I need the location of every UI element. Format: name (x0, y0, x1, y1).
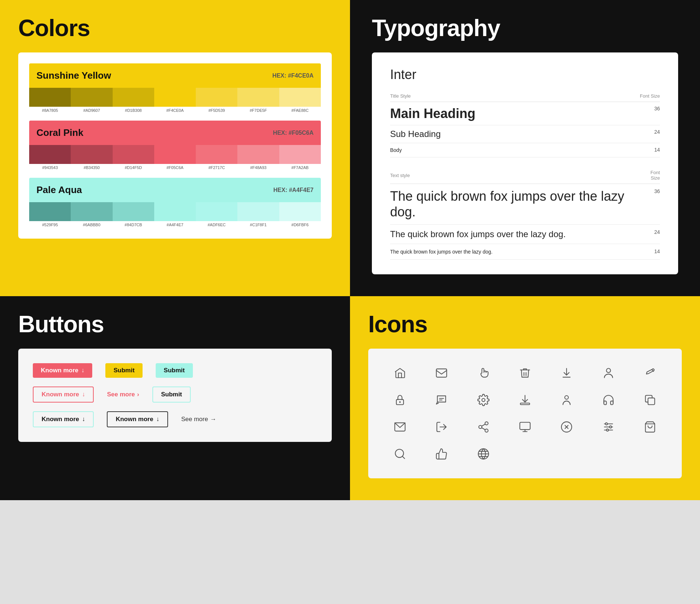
svg-point-12 (485, 429, 488, 432)
font-size-col: Font Size (608, 93, 660, 102)
svg-line-29 (402, 456, 405, 458)
coral-name: Coral Pink (36, 127, 83, 138)
search-icon (390, 444, 410, 464)
known-more-coral-filled-button[interactable]: Known more ↓ (33, 363, 92, 378)
chevron-right-icon: › (137, 391, 139, 398)
sub-heading-sample: Sub Heading (390, 129, 441, 139)
svg-line-14 (482, 424, 485, 426)
see-more-arrow-button[interactable]: See more → (181, 416, 217, 423)
svg-point-26 (606, 429, 608, 431)
pencil-icon (640, 363, 660, 383)
sunshine-name: Sunshine Yellow (36, 70, 111, 81)
lock-icon (390, 390, 410, 410)
lg-text-sample: The quick brown fox jumps over the lazy … (390, 189, 624, 219)
button-label: Submit (164, 367, 185, 374)
table-row: The quick brown fox jumps over the lazy … (390, 184, 660, 224)
monitor-icon (515, 417, 535, 437)
svg-point-6 (565, 396, 568, 399)
aqua-hex: HEX: #A4F4E7 (273, 187, 314, 193)
colors-title: Colors (18, 15, 332, 42)
coral-swatches: #943543 #B34350 #D14F5D #F05C6A #F2717C … (29, 145, 321, 170)
user-icon (599, 363, 618, 383)
table-row: Sub Heading 24 (390, 125, 660, 143)
button-label: Known more (42, 391, 79, 398)
title-style-col: Title Style (390, 93, 608, 102)
colors-section: Colors Sunshine Yellow HEX: #F4CE0A #8A7… (0, 0, 350, 296)
sm-text-sample: The quick brown fox jumps over the lazy … (390, 249, 493, 255)
swatch: #F05C6A (154, 145, 196, 170)
trash-icon (515, 363, 535, 383)
known-more-coral-outline-button[interactable]: Known more ↓ (33, 387, 94, 403)
globe-icon (474, 444, 493, 464)
main-heading-sample: Main Heading (390, 106, 475, 121)
swatch: #D1B308 (113, 88, 154, 113)
md-text-sample: The quick brown fox jumps over the lazy … (390, 229, 566, 239)
text-style-col: Text style (390, 170, 641, 184)
download-alt-icon (515, 390, 535, 410)
colors-card: Sunshine Yellow HEX: #F4CE0A #8A7805 #AD… (18, 52, 332, 239)
down-arrow-icon: ↓ (82, 391, 85, 398)
swatch: #F48A93 (237, 145, 279, 170)
home-icon (390, 363, 410, 383)
down-arrow-icon: ↓ (81, 367, 85, 374)
icons-card (368, 349, 682, 478)
buttons-row-2: Known more ↓ See more › Submit (33, 387, 317, 403)
buttons-title: Buttons (18, 311, 332, 338)
sign-out-icon (432, 417, 451, 437)
button-label: Known more (42, 416, 79, 423)
button-label: Submit (113, 367, 135, 374)
circle-x-icon (557, 417, 576, 437)
aqua-name: Pale Aqua (36, 184, 82, 196)
buttons-row-3: Known more ↓ Known more ↓ See more → (33, 411, 317, 427)
coral-hex: HEX: #F05C6A (273, 130, 314, 136)
sunshine-swatches: #8A7805 #AD9607 #D1B308 #F4CE0A #F5D539 … (29, 88, 321, 113)
swatch: #F5D539 (196, 88, 237, 113)
person-icon (557, 390, 576, 410)
button-label: See more (181, 416, 208, 423)
icons-title: Icons (368, 311, 682, 338)
svg-point-25 (609, 426, 611, 428)
known-more-aqua-outline-button[interactable]: Known more ↓ (33, 411, 94, 427)
svg-point-4 (482, 398, 485, 401)
main-heading-size: 36 (608, 102, 660, 125)
sliders-icon (599, 417, 618, 437)
down-arrow-icon: ↓ (156, 416, 159, 423)
aqua-header: Pale Aqua HEX: #A4F4E7 (29, 178, 321, 202)
font-family-label: Inter (390, 67, 660, 82)
email-alt-icon (390, 417, 410, 437)
table-row: The quick brown fox jumps over the lazy … (390, 224, 660, 244)
submit-aqua-outline-button[interactable]: Submit (152, 387, 191, 403)
share-icon (474, 417, 493, 437)
swatch: #FAE88C (279, 88, 321, 113)
sm-text-size: 14 (641, 244, 660, 259)
copy-icon (640, 390, 660, 410)
body-sample: Body (390, 147, 402, 153)
svg-point-1 (606, 368, 610, 372)
down-arrow-icon: ↓ (82, 416, 85, 423)
headphones-icon (599, 390, 618, 410)
download-icon (557, 363, 576, 383)
swatch: #F4CE0A (154, 88, 196, 113)
submit-yellow-button[interactable]: Submit (105, 363, 143, 378)
swatch: #F7DE5F (237, 88, 279, 113)
sunshine-yellow-block: Sunshine Yellow HEX: #F4CE0A #8A7805 #AD… (29, 63, 321, 113)
shopping-bag-icon (640, 417, 660, 437)
swatch: #F7A2AB (279, 145, 321, 170)
button-label: Known more (41, 367, 78, 374)
svg-point-3 (399, 401, 401, 403)
swatch: #D14F5D (113, 145, 154, 170)
buttons-row-1: Known more ↓ Submit Submit (33, 363, 317, 378)
swatch: #B34350 (71, 145, 112, 170)
submit-aqua-button[interactable]: Submit (156, 363, 193, 378)
typography-style-table: Title Style Font Size Main Heading 36 Su… (390, 93, 660, 157)
see-more-coral-text-button[interactable]: See more › (107, 391, 139, 398)
known-more-dark-outline-button[interactable]: Known more ↓ (107, 411, 168, 427)
buttons-section: Buttons Known more ↓ Submit Submit Known… (0, 296, 350, 500)
typography-section: Typography Inter Title Style Font Size M… (350, 0, 700, 296)
mail-icon (432, 363, 451, 383)
swatch: #C1F8F1 (237, 202, 279, 228)
table-row: Body 14 (390, 143, 660, 157)
svg-rect-7 (648, 398, 654, 404)
swatch: #F2717C (196, 145, 237, 170)
svg-rect-0 (436, 369, 447, 377)
